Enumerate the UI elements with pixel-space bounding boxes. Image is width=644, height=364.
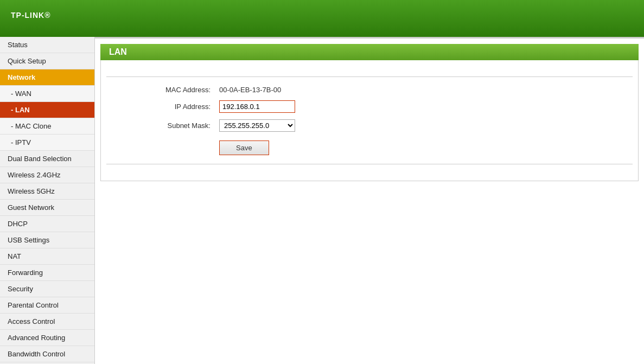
sidebar-item-access-control[interactable]: Access Control (0, 314, 94, 330)
main-content: LAN MAC Address: 00-0A-EB-13-7B-00 IP Ad… (95, 37, 644, 364)
body: StatusQuick SetupNetwork- WAN- LAN- MAC … (0, 37, 644, 364)
save-button-cell: Save (215, 135, 633, 158)
sidebar-item-dual-band-selection[interactable]: Dual Band Selection (0, 151, 94, 167)
sidebar-item-security[interactable]: Security (0, 281, 94, 297)
sidebar-item-dhcp[interactable]: DHCP (0, 216, 94, 232)
sidebar-item-wan[interactable]: - WAN (0, 86, 94, 102)
top-content-divider (106, 76, 633, 77)
subnet-mask-select[interactable]: 255.255.255.0255.255.0.0255.0.0.0 (219, 119, 295, 132)
ip-address-input[interactable] (219, 100, 295, 113)
sidebar-item-wireless-24ghz[interactable]: Wireless 2.4GHz (0, 167, 94, 183)
top-divider (95, 37, 644, 39)
subnet-mask-field-cell: 255.255.255.0255.255.0.0255.0.0.0 (215, 116, 633, 135)
sidebar-item-guest-network[interactable]: Guest Network (0, 200, 94, 216)
sidebar-item-forwarding[interactable]: Forwarding (0, 265, 94, 281)
sidebar-item-nat[interactable]: NAT (0, 248, 94, 265)
sidebar-item-mac-clone[interactable]: - MAC Clone (0, 118, 94, 135)
sidebar: StatusQuick SetupNetwork- WAN- LAN- MAC … (0, 37, 95, 364)
sidebar-item-advanced-routing[interactable]: Advanced Routing (0, 330, 94, 346)
mac-address-value: 00-0A-EB-13-7B-00 (215, 82, 633, 97)
sidebar-item-iptv[interactable]: - IPTV (0, 135, 94, 151)
logo-super: ® (44, 11, 50, 20)
subnet-mask-label: Subnet Mask: (106, 116, 215, 135)
bottom-content-divider (106, 164, 633, 164)
sidebar-item-bandwidth-control[interactable]: Bandwidth Control (0, 346, 94, 362)
sidebar-item-status[interactable]: Status (0, 37, 94, 53)
sidebar-item-lan[interactable]: - LAN (0, 102, 94, 118)
logo-text: TP-LINK (11, 11, 44, 20)
mac-address-label: MAC Address: (106, 82, 215, 97)
sidebar-item-usb-settings[interactable]: USB Settings (0, 232, 94, 248)
ip-address-field-cell (215, 97, 633, 116)
sidebar-item-quick-setup[interactable]: Quick Setup (0, 53, 94, 69)
save-button[interactable]: Save (219, 141, 269, 155)
mac-address-row: MAC Address: 00-0A-EB-13-7B-00 (106, 82, 633, 97)
subnet-mask-row: Subnet Mask: 255.255.255.0255.255.0.0255… (106, 116, 633, 135)
save-row: Save (106, 135, 633, 158)
sidebar-item-network[interactable]: Network (0, 69, 94, 86)
logo: TP-LINK® (11, 10, 51, 27)
header: TP-LINK® (0, 0, 644, 37)
sidebar-item-parental-control[interactable]: Parental Control (0, 297, 94, 314)
ip-address-label: IP Address: (106, 97, 215, 116)
sidebar-item-wireless-5ghz[interactable]: Wireless 5GHz (0, 183, 94, 200)
content-area: MAC Address: 00-0A-EB-13-7B-00 IP Addres… (100, 60, 639, 181)
lan-form-table: MAC Address: 00-0A-EB-13-7B-00 IP Addres… (106, 82, 633, 158)
save-label-spacer (106, 135, 215, 158)
page-title: LAN (100, 44, 639, 60)
ip-address-row: IP Address: (106, 97, 633, 116)
